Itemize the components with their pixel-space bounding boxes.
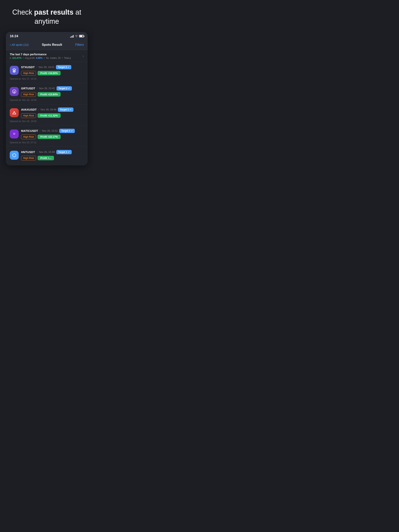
nav-title: Spots Result [42, 43, 62, 47]
trade-date-stx: Nov 30, 18:01 [39, 66, 54, 69]
avg-label: Avg profit: [25, 57, 36, 59]
svg-text:g: g [13, 90, 15, 93]
coin-avatar-stx [10, 66, 19, 75]
trade-symbol-grt: GRTUSDT [21, 87, 35, 90]
trade-item-matic[interactable]: MATICUSDT • Nov 26, 15:51 Target 2 ✓ Hig… [6, 126, 88, 147]
trade-tags-stx: High Risk Profit +34.60% [21, 71, 84, 76]
risk-badge-stx: High Risk [21, 71, 36, 76]
profit-label: it: [10, 57, 12, 59]
trade-dot-avax: • [38, 108, 39, 111]
trade-list-wrapper: STXUSDT • Nov 30, 18:01 Target 3 ✓ High … [6, 62, 88, 165]
coin-avatar-matic [10, 129, 19, 139]
trade-tags-grt: High Risk Profit +23.84% [21, 92, 84, 97]
trade-symbol-matic: MATICUSDT [21, 129, 38, 133]
trade-header-hnt: HNTUSDT • Nov 26, 15:49 Target 1 ✓ High … [10, 150, 84, 160]
trade-list: STXUSDT • Nov 30, 18:01 Target 3 ✓ High … [6, 62, 88, 165]
status-bar: 16:24 [6, 32, 88, 40]
coin-avatar-hnt [10, 151, 19, 160]
back-chevron-icon: ‹ [10, 43, 11, 47]
wifi-icon [75, 35, 78, 38]
target-badge-avax: Target 1 ✓ [58, 108, 73, 112]
trade-symbol-avax: AVAXUSDT [21, 108, 37, 111]
profit-badge-avax: Profit +11.32% [38, 113, 60, 118]
phone-frame: 16:24 ‹ Al [6, 32, 88, 165]
performance-chevron-icon: › [83, 54, 84, 58]
target-badge-matic: Target 2 ✓ [59, 129, 75, 133]
risk-badge-hnt: High Risk [21, 156, 36, 160]
trade-date-hnt: Nov 26, 15:49 [39, 151, 55, 153]
nav-bar: ‹ All spots (12) Spots Result Filters [6, 40, 88, 50]
signal-icon [70, 35, 74, 38]
target-badge-grt: Target 2 ✓ [57, 86, 72, 90]
trade-info-hnt: HNTUSDT • Nov 26, 15:49 Target 1 ✓ High … [21, 150, 84, 160]
trade-tags-avax: High Risk Profit +11.32% [21, 113, 84, 118]
page-wrapper: Check past results at anytime 16:24 [0, 0, 94, 165]
trade-name-row-avax: AVAXUSDT • Nov 28, 09:46 Target 1 ✓ [21, 108, 84, 112]
risk-badge-grt: High Risk [21, 92, 36, 97]
trade-header-matic: MATICUSDT • Nov 26, 15:51 Target 2 ✓ Hig… [10, 129, 84, 139]
filters-button[interactable]: Filters [75, 43, 84, 47]
trade-opened-grt: Opened at: Nov 26, 19:58 [10, 99, 84, 101]
trade-name-row-hnt: HNTUSDT • Nov 26, 15:49 Target 1 ✓ [21, 150, 84, 154]
trade-item-grt[interactable]: g GRTUSDT • Nov 28, 23:42 Target 2 ✓ Hig… [6, 83, 88, 104]
total-label: Total p [64, 57, 71, 59]
performance-title: The last 7 days performance [10, 53, 81, 56]
trade-item-avax[interactable]: AVAXUSDT • Nov 28, 09:46 Target 1 ✓ High… [6, 104, 88, 126]
trade-header-avax: AVAXUSDT • Nov 28, 09:46 Target 1 ✓ High… [10, 108, 84, 118]
trade-info-matic: MATICUSDT • Nov 26, 15:51 Target 2 ✓ Hig… [21, 129, 84, 139]
trade-item-stx[interactable]: STXUSDT • Nov 30, 18:01 Target 3 ✓ High … [6, 62, 88, 83]
risk-badge-avax: High Risk [21, 113, 36, 118]
performance-content: The last 7 days performance it: 121.67% … [10, 53, 81, 59]
profit-badge-stx: Profit +34.60% [38, 71, 60, 75]
trade-dot-matic: • [39, 129, 40, 132]
risk-badge-matic: High Risk [21, 134, 36, 139]
trade-opened-stx: Opened at: Nov 27, 18:20 [10, 77, 84, 80]
performance-banner[interactable]: The last 7 days performance it: 121.67% … [6, 50, 88, 62]
trade-item-hnt[interactable]: HNTUSDT • Nov 26, 15:49 Target 1 ✓ High … [6, 147, 88, 165]
trade-dot-hnt: • [37, 151, 37, 153]
trade-symbol-hnt: HNTUSDT [21, 150, 35, 154]
status-time: 16:24 [10, 34, 18, 38]
profit-badge-matic: Profit +22.17% [38, 134, 60, 139]
trade-tags-hnt: High Risk Profit +... [21, 156, 84, 160]
trade-header-grt: g GRTUSDT • Nov 28, 23:42 Target 2 ✓ Hig… [10, 86, 84, 97]
status-icons [70, 35, 84, 38]
target-badge-hnt: Target 1 ✓ [56, 150, 72, 154]
nav-back-button[interactable]: ‹ All spots (12) [10, 43, 29, 47]
trade-name-row-grt: GRTUSDT • Nov 28, 23:42 Target 2 ✓ [21, 86, 84, 90]
trade-opened-matic: Opened at: Nov 20, 07:31 [10, 141, 84, 144]
trade-symbol-stx: STXUSDT [21, 65, 35, 69]
trade-name-row-stx: STXUSDT • Nov 30, 18:01 Target 3 ✓ [21, 65, 84, 69]
trades-label: No. trades: [46, 57, 58, 59]
trade-date-grt: Nov 28, 23:42 [39, 87, 55, 90]
target-badge-stx: Target 3 ✓ [56, 65, 71, 69]
trade-dot-stx: • [36, 66, 37, 69]
trade-opened-avax: Opened at: Nov 26, 19:59 [10, 120, 84, 123]
trade-date-avax: Nov 28, 09:46 [40, 108, 56, 111]
trade-info-avax: AVAXUSDT • Nov 28, 09:46 Target 1 ✓ High… [21, 108, 84, 118]
trade-info-stx: STXUSDT • Nov 30, 18:01 Target 3 ✓ High … [21, 65, 84, 76]
profit-badge-grt: Profit +23.84% [38, 92, 60, 97]
hero-title: Check past results at anytime [0, 0, 94, 32]
trade-header-stx: STXUSDT • Nov 30, 18:01 Target 3 ✓ High … [10, 65, 84, 76]
performance-stats: it: 121.67% • Avg profit: 4.68% • No. tr… [10, 57, 81, 59]
trade-name-row-matic: MATICUSDT • Nov 26, 15:51 Target 2 ✓ [21, 129, 84, 133]
profit-badge-hnt: Profit +... [38, 156, 54, 160]
svg-marker-4 [13, 153, 16, 157]
trade-date-matic: Nov 26, 15:51 [42, 129, 58, 132]
trade-info-grt: GRTUSDT • Nov 28, 23:42 Target 2 ✓ High … [21, 86, 84, 97]
trade-tags-matic: High Risk Profit +22.17% [21, 134, 84, 139]
avg-value: 4.68% [36, 57, 42, 59]
coin-avatar-grt: g [10, 87, 19, 96]
profit-value: 121.67% [12, 57, 21, 59]
battery-icon [79, 35, 84, 37]
trade-dot-grt: • [37, 87, 38, 90]
nav-back-label: All spots (12) [12, 43, 29, 46]
trades-value: 26 [58, 57, 61, 59]
coin-avatar-avax [10, 108, 19, 117]
